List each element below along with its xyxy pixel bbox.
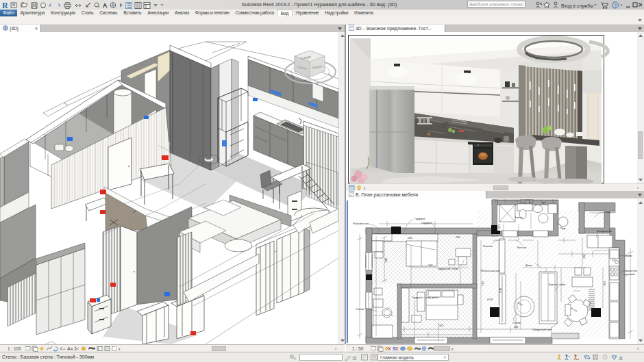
- svg-text:Мойка: Мойка: [625, 255, 632, 257]
- svg-text:Гардероб + глад. доска: Гардероб + глад. доска: [412, 296, 438, 299]
- svg-text:Пуф: Пуф: [560, 227, 565, 230]
- svg-text:Барная стойка: Барная стойка: [549, 283, 565, 286]
- svg-text:душ: душ: [542, 201, 546, 204]
- svg-text::0: :0: [352, 356, 356, 361]
- svg-text:2110: 2110: [481, 281, 484, 286]
- svg-text:Гардероб: Гардероб: [414, 218, 425, 220]
- svg-text:1140: 1140: [456, 236, 460, 239]
- svg-text:?: ?: [614, 3, 617, 9]
- svg-text:Диван: Диван: [525, 264, 532, 267]
- svg-text:A: A: [103, 2, 108, 9]
- svg-text:будуарный столик: будуарный столик: [438, 268, 459, 270]
- svg-text:Унитаз: Унитаз: [515, 216, 523, 219]
- svg-text:‹: ‹: [119, 346, 121, 352]
- svg-text:Обеденный стол: Обеденный стол: [532, 328, 552, 331]
- svg-text:Рабочий стол: Рабочий стол: [353, 222, 369, 225]
- svg-text:Гардероб: Гардероб: [605, 211, 616, 214]
- svg-text:Консоль: Консоль: [483, 245, 493, 248]
- svg-text:A: A: [63, 347, 66, 351]
- svg-text:ТВ зона+консоль: ТВ зона+консоль: [480, 270, 500, 272]
- svg-text:Консоль: Консоль: [517, 246, 527, 249]
- svg-text:Столик: Столик: [356, 308, 364, 311]
- svg-text:4470: 4470: [499, 288, 501, 293]
- svg-text:2030: 2030: [408, 237, 412, 240]
- svg-text:Гардероб: Гардероб: [421, 222, 432, 224]
- svg-text:Ø 418: Ø 418: [487, 298, 493, 301]
- svg-text:1140: 1140: [428, 264, 433, 267]
- svg-text:3405: 3405: [384, 258, 387, 263]
- svg-text:‹: ‹: [451, 346, 454, 352]
- svg-text:Холодильник: Холодильник: [597, 230, 612, 233]
- svg-text:‹: ‹: [364, 185, 366, 192]
- svg-text:A: A: [71, 347, 73, 351]
- svg-text:с духовой: с духовой: [623, 273, 634, 276]
- svg-text:Столик: Столик: [512, 322, 521, 324]
- svg-text:Вход в службы: Вход в службы: [561, 3, 593, 9]
- svg-text:1640: 1640: [582, 254, 585, 259]
- svg-text:S: S: [393, 346, 396, 351]
- svg-text:Газовая плита: Газовая плита: [623, 270, 637, 272]
- svg-text:1135: 1135: [497, 224, 500, 229]
- svg-text:3411: 3411: [439, 324, 444, 327]
- svg-text::0: :0: [619, 356, 623, 361]
- svg-text:R: R: [2, 1, 8, 10]
- svg-text:3411: 3411: [514, 326, 519, 328]
- svg-text:1164: 1164: [603, 281, 606, 286]
